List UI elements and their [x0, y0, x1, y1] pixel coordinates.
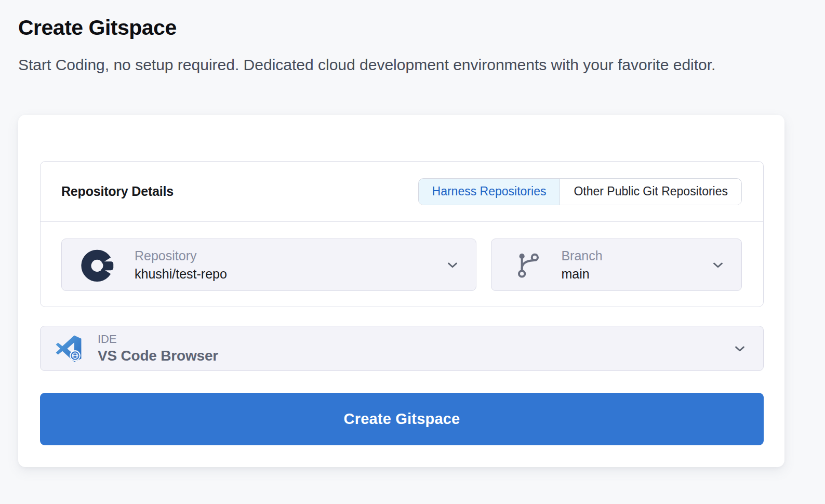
repository-source-tabs: Harness Repositories Other Public Git Re…	[418, 178, 742, 205]
repository-fields-row: Repository khushi/test-repo	[41, 222, 763, 291]
tab-other-public-git-repositories[interactable]: Other Public Git Repositories	[560, 179, 741, 205]
repository-value: khushi/test-repo	[135, 267, 445, 282]
branch-dropdown-text: Branch main	[561, 248, 710, 282]
repository-dropdown-text: Repository khushi/test-repo	[135, 248, 445, 282]
harness-code-repo-icon	[81, 247, 116, 283]
branch-value: main	[561, 267, 710, 282]
vscode-browser-globe-icon	[55, 335, 82, 362]
repository-label: Repository	[135, 248, 445, 263]
chevron-down-icon	[445, 257, 460, 273]
repository-dropdown[interactable]: Repository khushi/test-repo	[61, 238, 476, 291]
tab-harness-repositories[interactable]: Harness Repositories	[419, 179, 560, 205]
tab-harness-repositories-label: Harness Repositories	[432, 184, 547, 198]
gitspace-form-card: Repository Details Harness Repositories …	[18, 115, 784, 467]
chevron-down-icon	[732, 341, 748, 356]
ide-label: IDE	[98, 333, 732, 346]
branch-label: Branch	[561, 248, 710, 263]
create-gitspace-page: Create Gitspace Start Coding, no setup r…	[0, 0, 825, 467]
ide-dropdown[interactable]: IDE VS Code Browser	[40, 326, 764, 371]
tab-other-public-git-repositories-label: Other Public Git Repositories	[574, 184, 728, 198]
create-gitspace-button-label: Create Gitspace	[344, 410, 460, 428]
chevron-down-icon	[710, 257, 726, 273]
page-subtitle: Start Coding, no setup required. Dedicat…	[18, 52, 771, 77]
page-title: Create Gitspace	[18, 16, 784, 40]
repository-details-section: Repository Details Harness Repositories …	[40, 161, 764, 307]
ide-dropdown-text: IDE VS Code Browser	[98, 333, 732, 364]
repository-details-heading: Repository Details	[61, 184, 174, 199]
git-branch-icon	[514, 251, 542, 279]
repository-details-header: Repository Details Harness Repositories …	[41, 162, 763, 222]
create-gitspace-button[interactable]: Create Gitspace	[40, 393, 764, 445]
ide-value: VS Code Browser	[98, 348, 732, 364]
branch-dropdown[interactable]: Branch main	[491, 238, 742, 291]
